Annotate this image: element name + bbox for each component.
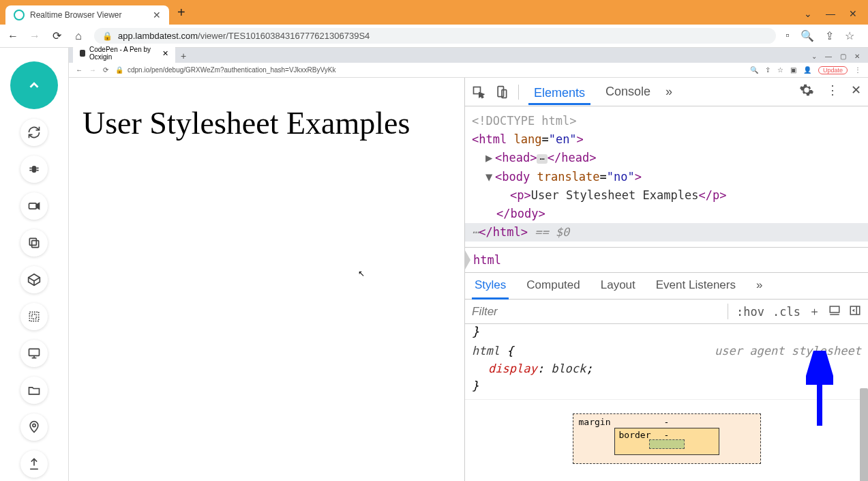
selected-dom-node[interactable]: ⋯</html> == $0 [465, 223, 868, 242]
new-rule-icon[interactable]: ＋ [809, 304, 820, 319]
sidebar-folder-button[interactable] [20, 377, 48, 404]
share-icon[interactable]: ⇪ [825, 29, 834, 42]
svg-rect-24 [850, 306, 860, 315]
devtools-panel: Elements Console » ⋮ ✕ <!DOCTYPE html> <… [464, 78, 868, 481]
sidebar-sync-button[interactable] [20, 119, 48, 146]
tab-event-listeners[interactable]: Event Listeners [653, 273, 738, 299]
inner-star-icon[interactable]: ☆ [777, 66, 783, 74]
svg-marker-6 [36, 203, 39, 209]
inner-new-tab-button[interactable]: + [181, 50, 186, 63]
svg-point-18 [33, 424, 35, 426]
inner-minimize-icon[interactable]: — [825, 53, 832, 60]
minimize-icon[interactable]: ⌄ [804, 8, 812, 19]
inner-tab-title: CodePen - A Pen by Ocxigin [89, 46, 158, 61]
inner-menu-icon[interactable]: ⋮ [854, 66, 861, 74]
outer-tabstrip: Realtime Browser Viewer ✕ + ⌄ — ✕ [0, 0, 868, 25]
svg-rect-15 [29, 349, 40, 355]
svg-rect-8 [29, 238, 36, 245]
sidebar-location-button[interactable] [20, 413, 48, 441]
update-button[interactable]: Update [818, 66, 848, 74]
sidebar-main-button[interactable] [10, 61, 58, 109]
close-window-icon[interactable]: ✕ [849, 8, 857, 19]
sidebar-upload-button[interactable] [20, 450, 48, 478]
more-tabs-icon[interactable]: » [665, 85, 672, 99]
box-model-diagram[interactable]: margin - border - [465, 400, 868, 464]
home-icon[interactable]: ⌂ [72, 30, 85, 42]
inner-lock-icon: 🔒 [115, 66, 123, 74]
lambdatest-favicon [14, 10, 25, 20]
svg-rect-5 [29, 203, 37, 209]
inner-address-bar[interactable]: 🔒 cdpn.io/pen/debug/GRXWeZm?authenticati… [115, 66, 743, 74]
tab-styles[interactable]: Styles [472, 273, 509, 300]
bookmark-icon[interactable]: ☆ [845, 29, 854, 42]
restore-icon[interactable]: — [826, 8, 835, 19]
lock-icon: 🔒 [102, 31, 113, 41]
inner-forward-icon[interactable]: → [89, 66, 96, 74]
new-tab-button[interactable]: + [177, 5, 185, 25]
inner-share-icon[interactable]: ⇪ [765, 66, 770, 74]
outer-tab-title: Realtime Browser Viewer [30, 10, 122, 20]
inner-restore-icon[interactable]: ▢ [840, 53, 846, 60]
svg-rect-22 [830, 306, 839, 312]
dom-tree[interactable]: <!DOCTYPE html> <html lang="en"> ▶<head>… [465, 106, 868, 248]
rule-source: user agent stylesheet [715, 342, 861, 360]
sidebar-bug-button[interactable] [20, 156, 48, 183]
inner-avatar-icon[interactable]: 👤 [803, 66, 811, 74]
sidebar-copy-button[interactable] [20, 229, 48, 257]
sidebar-video-button[interactable] [20, 192, 48, 220]
translate-icon[interactable]: ▫ [785, 29, 790, 42]
device-toggle-icon[interactable] [495, 85, 509, 99]
inspect-icon[interactable] [472, 85, 485, 99]
padding-box [649, 439, 685, 449]
inner-reload-icon[interactable]: ⟳ [103, 66, 108, 74]
cls-toggle[interactable]: .cls [773, 305, 800, 319]
forward-icon[interactable]: → [29, 30, 41, 42]
inner-close-window-icon[interactable]: ✕ [854, 53, 860, 60]
back-icon[interactable]: ← [7, 30, 19, 42]
close-tab-icon[interactable]: ✕ [153, 10, 161, 20]
inner-puzzle-icon[interactable]: ▣ [790, 66, 796, 74]
devtools-header: Elements Console » ⋮ ✕ [465, 78, 868, 106]
inner-url: cdpn.io/pen/debug/GRXWeZm?authentication… [128, 66, 335, 74]
tab-console[interactable]: Console [600, 82, 656, 102]
css-rule[interactable]: user agent stylesheet html { display: bl… [465, 338, 868, 400]
inner-close-tab-icon[interactable]: ✕ [162, 49, 168, 58]
devtools-scrollbar[interactable] [860, 388, 868, 481]
sidebar-layout-button[interactable] [20, 303, 48, 330]
more-styles-tabs-icon[interactable]: » [753, 273, 765, 299]
sidebar-monitor-button[interactable] [20, 340, 48, 367]
doctype-node: <!DOCTYPE html> [472, 114, 577, 128]
svg-line-10 [29, 278, 34, 281]
rendered-page: User Stylesheet Examples ↖ [69, 78, 464, 481]
styles-filter-row: :hov .cls ＋ [465, 300, 868, 324]
hov-toggle[interactable]: :hov [736, 305, 764, 319]
outer-address-bar[interactable]: 🔒 app.lambdatest.com/viewer/TES101603843… [94, 28, 776, 44]
sidebar-cube-button[interactable] [20, 266, 48, 293]
styles-filter-input[interactable] [472, 305, 718, 319]
dom-breadcrumb[interactable]: html [465, 248, 868, 273]
kebab-menu-icon[interactable]: ⋮ [826, 83, 839, 101]
tab-elements[interactable]: Elements [528, 83, 590, 105]
tab-layout[interactable]: Layout [598, 273, 638, 299]
inner-browser-tab[interactable]: CodePen - A Pen by Ocxigin ✕ [73, 44, 175, 63]
settings-icon[interactable] [799, 83, 814, 101]
sidebar-toggle-icon[interactable] [849, 304, 861, 319]
inner-chevron-icon[interactable]: ⌄ [811, 53, 817, 60]
inner-toolbar: ← → ⟳ 🔒 cdpn.io/pen/debug/GRXWeZm?authen… [69, 63, 868, 78]
tab-computed[interactable]: Computed [524, 273, 582, 299]
inner-zoom-icon[interactable]: 🔍 [750, 66, 758, 74]
svg-rect-7 [32, 241, 39, 248]
computed-panel-icon[interactable] [828, 304, 841, 319]
reload-icon[interactable]: ⟳ [50, 29, 63, 42]
outer-right-icons: ▫ 🔍 ⇪ ☆ [785, 29, 854, 42]
zoom-icon[interactable]: 🔍 [800, 29, 814, 42]
devtools-close-icon[interactable]: ✕ [851, 83, 861, 101]
mouse-cursor: ↖ [358, 269, 365, 278]
inner-back-icon[interactable]: ← [76, 66, 83, 74]
prev-rule-close: } [472, 324, 479, 338]
svg-rect-20 [498, 86, 503, 96]
inner-tabstrip: CodePen - A Pen by Ocxigin ✕ + ⌄ — ▢ ✕ [69, 48, 868, 63]
outer-browser-tab[interactable]: Realtime Browser Viewer ✕ [5, 5, 169, 25]
window-controls: ⌄ — ✕ [798, 4, 863, 25]
margin-label: margin [579, 417, 611, 427]
